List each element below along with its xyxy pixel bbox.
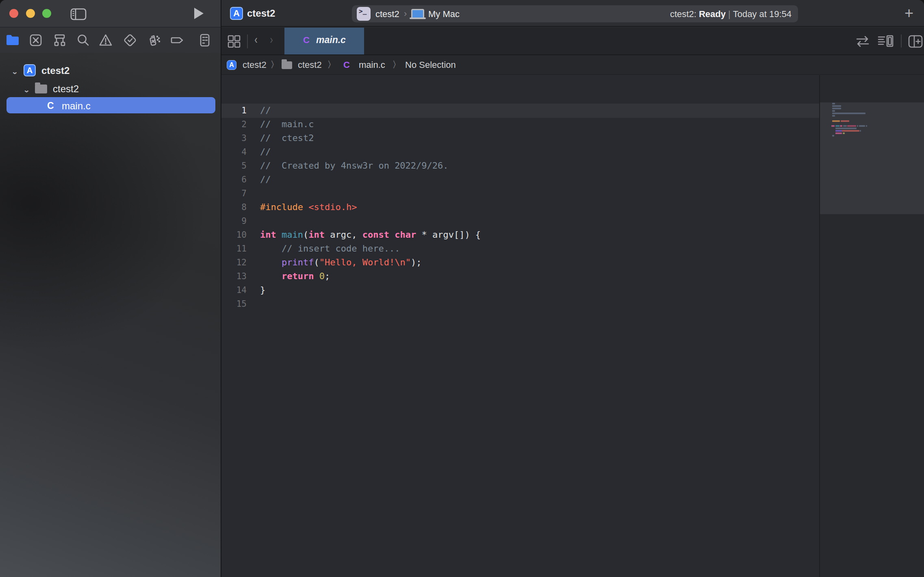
minimap[interactable] — [819, 75, 924, 577]
code-token: ( — [303, 230, 308, 240]
code-token: // insert code here... — [282, 243, 400, 254]
code-token: printf — [282, 257, 314, 267]
issue-navigator-icon[interactable] — [98, 33, 113, 48]
line-number: 8 — [221, 202, 247, 212]
code-token: * argv[]) { — [416, 230, 481, 240]
find-navigator-icon[interactable] — [75, 33, 91, 48]
activity-status: ctest2: Ready|Today at 19:54 — [670, 9, 792, 20]
breakpoint-navigator-icon[interactable] — [169, 33, 185, 48]
tree-item-label[interactable]: ctest2 — [53, 83, 79, 95]
minimap-bar — [831, 125, 835, 127]
zoom-window-button[interactable] — [42, 9, 51, 18]
minimap-bar — [832, 113, 865, 114]
code-token: main — [282, 230, 303, 240]
code-line[interactable]: } — [260, 285, 265, 295]
code-line[interactable]: // main.c — [260, 119, 314, 129]
navigator-sidebar: ⌄ A ctest2 ⌄ ctest2 C main.c — [0, 28, 221, 577]
code-token: ); — [411, 257, 422, 267]
code-line[interactable]: // — [260, 147, 271, 157]
minimap-bar — [840, 125, 842, 127]
symbol-navigator-icon[interactable] — [52, 33, 67, 48]
chevron-right-icon: › — [404, 9, 407, 19]
status-scheme: ctest2: — [670, 9, 696, 19]
tab-main-c[interactable]: C main.c — [284, 28, 364, 54]
code-token: } — [260, 285, 265, 295]
minimap-bar — [832, 115, 835, 117]
line-number: 5 — [221, 161, 247, 171]
code-line[interactable]: // insert code here... — [260, 243, 400, 254]
window-title: ctest2 — [247, 8, 275, 19]
current-line-highlight — [221, 104, 819, 118]
selection-highlight — [7, 97, 215, 113]
tree-item-label[interactable]: main.c — [62, 100, 91, 112]
my-mac-icon — [411, 9, 424, 17]
minimap-bar — [847, 125, 856, 127]
line-number: 9 — [221, 216, 247, 226]
toolbar-sidebar-section — [0, 0, 221, 27]
code-line[interactable]: int main(int argc, const char * argv[]) … — [260, 230, 481, 240]
code-token: argc, — [325, 230, 362, 240]
source-control-navigator-icon[interactable] — [28, 33, 43, 48]
tree-row-project[interactable]: ⌄ A ctest2 — [0, 62, 221, 79]
editor-options-icon[interactable] — [876, 34, 895, 51]
minimap-bar — [860, 130, 861, 132]
line-number: 3 — [221, 133, 247, 143]
minimap-bar — [857, 125, 858, 127]
code-token — [314, 271, 319, 281]
minimap-viewport[interactable] — [820, 102, 924, 214]
code-line[interactable]: #include <stdio.h> — [260, 202, 357, 212]
minimap-bar — [835, 132, 842, 134]
code-line[interactable]: // — [260, 105, 271, 115]
tree-row-group[interactable]: ⌄ ctest2 — [0, 80, 221, 97]
minimap-bar — [832, 120, 840, 122]
line-number: 6 — [221, 175, 247, 184]
status-time: Today at 19:54 — [733, 9, 792, 19]
minimap-bar — [843, 132, 845, 134]
chevron-right-icon: 〉 — [328, 59, 331, 69]
source-editor[interactable]: 1//2// main.c3// ctest24//5// Created by… — [221, 75, 924, 577]
jumpbar-file[interactable]: main.c — [359, 60, 385, 70]
code-token — [260, 257, 282, 267]
code-line[interactable]: return 0; — [260, 271, 330, 281]
project-navigator-icon[interactable] — [5, 33, 20, 48]
tab-label[interactable]: main.c — [316, 35, 346, 46]
code-review-icon[interactable] — [855, 34, 871, 50]
run-destination[interactable]: My Mac — [428, 9, 460, 20]
line-number: 13 — [221, 271, 247, 281]
minimap-bar — [835, 128, 857, 129]
scheme-name[interactable]: ctest2 — [375, 9, 399, 20]
jumpbar-project[interactable]: ctest2 — [243, 60, 267, 70]
jumpbar-no-selection[interactable]: No Selection — [405, 60, 456, 70]
tree-row-file-selected[interactable]: C main.c — [0, 97, 221, 114]
toggle-sidebar-icon[interactable] — [70, 8, 87, 22]
code-line[interactable]: printf("Hello, World!\n"); — [260, 257, 421, 267]
report-navigator-icon[interactable] — [197, 33, 213, 48]
scheme-activity-pill[interactable]: >_ ctest2 › My Mac ctest2: Ready|Today a… — [352, 5, 798, 22]
line-number: 7 — [221, 189, 247, 198]
navigate-back-icon[interactable]: ‹ — [254, 33, 258, 46]
split-editor-icon[interactable] — [907, 34, 924, 51]
library-add-button[interactable]: + — [901, 6, 917, 21]
c-file-icon: C — [343, 60, 350, 70]
code-line[interactable]: // — [260, 174, 271, 184]
c-file-icon: C — [47, 100, 54, 111]
minimap-bar — [835, 130, 842, 132]
minimize-window-button[interactable] — [26, 9, 35, 18]
code-line[interactable]: // ctest2 — [260, 133, 314, 143]
disclosure-chevron-icon[interactable]: ⌄ — [11, 67, 18, 75]
code-token: // — [260, 174, 271, 184]
close-window-button[interactable] — [9, 9, 18, 18]
code-line[interactable]: // Created by 4nsw3r on 2022/9/26. — [260, 161, 449, 171]
jumpbar-group[interactable]: ctest2 — [298, 60, 322, 70]
disclosure-chevron-icon[interactable]: ⌄ — [23, 86, 30, 93]
toolbar: A ctest2 >_ ctest2 › My Mac ctest2: Read… — [0, 0, 924, 27]
code-token: #include — [260, 202, 303, 212]
test-navigator-icon[interactable] — [122, 33, 138, 48]
code-token — [260, 243, 282, 254]
navigate-forward-icon[interactable]: › — [270, 33, 273, 46]
tree-item-label[interactable]: ctest2 — [41, 65, 69, 76]
minimap-bar — [842, 130, 859, 132]
related-items-grid-icon[interactable] — [226, 34, 242, 51]
run-button[interactable] — [194, 8, 204, 19]
debug-navigator-icon[interactable] — [146, 33, 161, 48]
